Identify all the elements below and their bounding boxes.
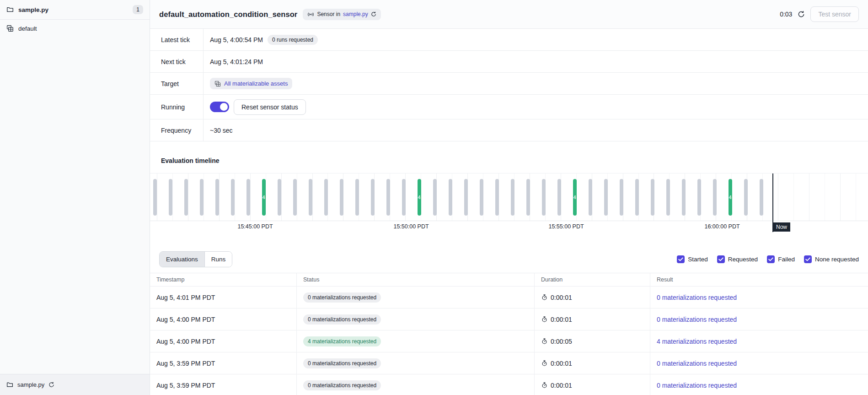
filter-failed[interactable]: Failed [767, 255, 795, 263]
timeline-tick-bar[interactable] [464, 179, 468, 216]
checkbox-icon[interactable] [767, 255, 775, 263]
timeline-tick-bar[interactable] [620, 179, 623, 216]
folder-icon [6, 6, 14, 13]
timeline-tick-bar[interactable] [246, 179, 250, 216]
tab-runs[interactable]: Runs [204, 252, 232, 267]
checkbox-icon[interactable] [717, 255, 725, 263]
timeline-tick-bar[interactable] [511, 179, 514, 216]
checkbox-icon[interactable] [804, 255, 812, 263]
status-badge: 0 materializations requested [303, 380, 381, 390]
cell-result: 0 materializations requested [650, 374, 868, 395]
footer-code-location-name: sample.py [17, 381, 44, 388]
result-link[interactable]: 4 materializations requested [657, 338, 737, 345]
timeline-tick-bar[interactable] [153, 179, 157, 216]
timeline-tick-bar-requested[interactable]: 4 [573, 179, 577, 216]
timeline-tick-bar[interactable] [402, 179, 406, 216]
reload-location-icon[interactable] [48, 382, 54, 388]
result-link[interactable]: 0 materializations requested [657, 382, 737, 389]
timeline-tick-bar[interactable] [309, 179, 312, 216]
sensor-file-link[interactable]: sample.py [343, 11, 368, 17]
evaluation-timeline-heading: Evaluation timeline [161, 157, 868, 165]
timeline-tick-bar[interactable] [666, 179, 670, 216]
filter-requested[interactable]: Requested [717, 255, 758, 263]
filter-label: None requested [815, 256, 859, 263]
timeline-gridline [778, 173, 778, 221]
timeline-gridline [825, 173, 825, 221]
target-row: Target All materializable assets [150, 73, 868, 95]
stopwatch-icon [541, 360, 548, 367]
timeline-tick-bar[interactable] [169, 179, 172, 216]
cell-status: 0 materializations requested [296, 287, 534, 308]
evaluation-row[interactable]: Aug 5, 3:59 PM PDT0 materializations req… [150, 352, 868, 374]
filter-started[interactable]: Started [677, 255, 708, 263]
reset-sensor-status-button[interactable]: Reset sensor status [234, 99, 306, 115]
latest-tick-row: Latest tick Aug 5, 4:00:54 PM 0 runs req… [150, 29, 868, 51]
checkbox-icon[interactable] [677, 255, 685, 263]
timeline-tick-bar[interactable] [371, 179, 375, 216]
latest-tick-status-badge: 0 runs requested [268, 35, 318, 45]
timeline-tick-bar[interactable] [184, 179, 188, 216]
timeline-tick-bar[interactable] [744, 179, 748, 216]
filter-row: EvaluationsRuns StartedRequestedFailedNo… [150, 251, 868, 267]
timeline-tick-bar-requested[interactable]: 4 [418, 179, 421, 216]
timeline-tick-bar[interactable] [355, 179, 359, 216]
timeline-tick-bar[interactable] [231, 179, 235, 216]
tab-evaluations[interactable]: Evaluations [160, 252, 204, 267]
timeline-tick-bar[interactable] [604, 179, 608, 216]
main-content: default_automation_condition_sensor Sens… [150, 0, 868, 395]
timeline-tick-bar[interactable] [433, 179, 437, 216]
test-sensor-button[interactable]: Test sensor [810, 6, 859, 22]
timeline-tick-bar[interactable] [760, 179, 763, 216]
duration-value: 0:00:01 [551, 360, 572, 367]
timeline-tick-bar[interactable] [340, 179, 343, 216]
timeline-tick-bar[interactable] [480, 179, 483, 216]
result-link[interactable]: 0 materializations requested [657, 316, 737, 323]
running-toggle[interactable] [210, 102, 229, 112]
timeline-tick-bar[interactable] [542, 179, 546, 216]
timeline-tick-bar[interactable] [449, 179, 452, 216]
countdown-timer: 0:03 [780, 11, 792, 18]
timeline-axis-label: 15:55:00 PDT [548, 223, 584, 230]
timeline-gridline [343, 173, 343, 221]
timeline-tick-bar[interactable] [495, 179, 499, 216]
duration-value: 0:00:01 [551, 382, 572, 389]
timeline-tick-bar[interactable] [278, 179, 281, 216]
result-link[interactable]: 0 materializations requested [657, 294, 737, 301]
badge-refresh-icon[interactable] [371, 11, 376, 17]
evaluation-row[interactable]: Aug 5, 4:01 PM PDT0 materializations req… [150, 287, 868, 308]
timeline-tick-bar-requested[interactable]: 4 [262, 179, 266, 216]
evaluation-row[interactable]: Aug 5, 3:59 PM PDT0 materializations req… [150, 374, 868, 395]
frequency-value: ~30 sec [210, 127, 232, 134]
running-row: Running Reset sensor status [150, 95, 868, 119]
evaluation-timeline-chart[interactable]: 444415:45:00 PDT15:50:00 PDT15:55:00 PDT… [150, 173, 868, 221]
sidebar-code-location-header[interactable]: sample.py 1 [0, 0, 150, 20]
cell-timestamp: Aug 5, 4:00 PM PDT [150, 308, 296, 330]
timeline-tick-bar[interactable] [651, 179, 654, 216]
timeline-tick-bar[interactable] [526, 179, 530, 216]
timeline-tick-bar[interactable] [200, 179, 204, 216]
timeline-tick-bar[interactable] [557, 179, 561, 216]
timeline-tick-bar[interactable] [386, 179, 390, 216]
filter-label: Started [688, 256, 708, 263]
target-assets-chip[interactable]: All materializable assets [210, 78, 292, 89]
timeline-tick-bar[interactable] [324, 179, 328, 216]
evaluation-row[interactable]: Aug 5, 4:00 PM PDT4 materializations req… [150, 330, 868, 352]
timeline-tick-bar[interactable] [697, 179, 701, 216]
cell-result: 4 materializations requested [650, 330, 868, 352]
timeline-tick-bar[interactable] [589, 179, 592, 216]
timeline-tick-bar[interactable] [293, 179, 297, 216]
timeline-tick-bar[interactable] [635, 179, 639, 216]
timeline-tick-bar-requested[interactable]: 4 [729, 179, 732, 216]
timeline-tick-bar[interactable] [215, 179, 219, 216]
code-location-name: sample.py [18, 6, 48, 13]
timeline-tick-bar[interactable] [682, 179, 686, 216]
filter-none-requested[interactable]: None requested [804, 255, 859, 263]
timeline-tick-bar[interactable] [713, 179, 717, 216]
result-link[interactable]: 0 materializations requested [657, 360, 737, 367]
frequency-label: Frequency [150, 119, 204, 141]
sensor-header: default_automation_condition_sensor Sens… [150, 0, 868, 29]
evaluation-row[interactable]: Aug 5, 4:00 PM PDT0 materializations req… [150, 308, 868, 330]
sidebar-item-default[interactable]: default [0, 20, 150, 37]
refresh-button[interactable] [798, 11, 805, 18]
cell-duration: 0:00:01 [534, 374, 650, 395]
